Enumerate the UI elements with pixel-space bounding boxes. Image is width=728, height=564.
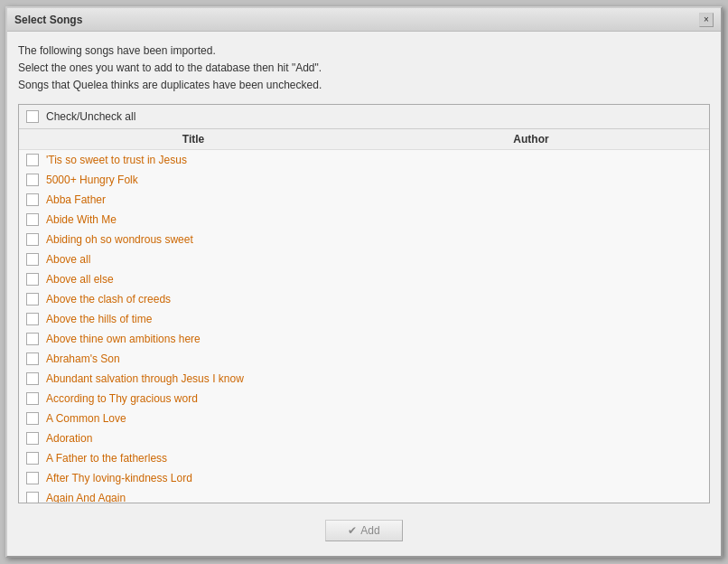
song-checkbox[interactable] [26,472,39,484]
song-row[interactable]: Again And Again [19,488,709,503]
song-title: A Father to the fatherless [46,452,514,465]
song-checkbox[interactable] [26,253,39,266]
song-row[interactable]: Abba Father [19,190,709,210]
song-checkbox[interactable] [26,432,39,445]
select-songs-dialog: Select Songs × The following songs have … [5,6,723,558]
song-row[interactable]: Above all [19,249,709,269]
song-title: Again And Again [46,492,514,503]
info-section: The following songs have been imported. … [18,42,710,95]
window-content: The following songs have been imported. … [7,32,721,556]
check-all-label: Check/Uncheck all [46,110,135,123]
song-checkbox[interactable] [26,392,39,405]
song-title: According to Thy gracious word [46,392,514,405]
song-title: Adoration [46,432,514,445]
title-column-header: Title [26,133,360,146]
song-title: Abba Father [46,193,514,206]
song-checkbox[interactable] [26,452,39,465]
song-title: Above all [46,253,514,266]
window-title: Select Songs [14,14,82,26]
song-checkbox[interactable] [26,333,39,345]
footer: ✔ Add [18,512,710,545]
song-checkbox[interactable] [26,313,39,325]
song-row[interactable]: Above the hills of time [19,309,709,329]
song-row[interactable]: Above thine own ambitions here [19,329,709,349]
info-line-1: The following songs have been imported. [18,42,710,60]
song-checkbox[interactable] [26,154,39,166]
song-title: Above all else [46,273,514,286]
song-title: Abraham's Son [46,352,514,365]
info-line-3: Songs that Quelea thinks are duplicates … [18,77,710,94]
title-bar: Select Songs × [7,8,721,32]
song-title: Above the clash of creeds [46,293,514,306]
song-checkbox[interactable] [26,352,39,365]
song-row[interactable]: 'Tis so sweet to trust in Jesus [19,150,709,170]
song-checkbox[interactable] [26,233,39,246]
song-title: 'Tis so sweet to trust in Jesus [46,154,514,166]
song-title: Abiding oh so wondrous sweet [46,233,514,246]
song-row[interactable]: Above the clash of creeds [19,289,709,309]
add-button[interactable]: ✔ Add [325,520,402,541]
song-checkbox[interactable] [26,213,39,226]
song-title: Above the hills of time [46,313,514,325]
info-line-2: Select the ones you want to add to the d… [18,60,710,77]
close-button[interactable]: × [699,13,714,27]
song-title: Abide With Me [46,213,514,226]
song-checkbox[interactable] [26,492,39,503]
song-row[interactable]: Adoration [19,428,709,448]
song-checkbox[interactable] [26,193,39,206]
song-title: After Thy loving-kindness Lord [46,472,514,484]
song-list-container: Check/Uncheck all Title Author 'Tis so s… [18,104,710,503]
list-header: Check/Uncheck all [19,105,709,129]
song-row[interactable]: According to Thy gracious word [19,389,709,409]
author-column-header: Author [360,133,702,146]
song-checkbox[interactable] [26,372,39,385]
song-list[interactable]: 'Tis so sweet to trust in Jesus5000+ Hun… [19,150,709,503]
check-all-checkbox[interactable] [26,110,39,123]
song-checkbox[interactable] [26,293,39,306]
song-row[interactable]: Abide With Me [19,210,709,230]
song-title: 5000+ Hungry Folk [46,174,514,186]
song-row[interactable]: Abraham's Son [19,349,709,369]
column-headers: Title Author [19,129,709,150]
song-title: Abundant salvation through Jesus I know [46,372,514,385]
song-checkbox[interactable] [26,174,39,186]
song-row[interactable]: A Father to the fatherless [19,448,709,468]
song-checkbox[interactable] [26,273,39,286]
song-row[interactable]: Abundant salvation through Jesus I know [19,369,709,389]
song-row[interactable]: Abiding oh so wondrous sweet [19,230,709,249]
add-icon: ✔ [348,524,357,537]
song-title: A Common Love [46,412,514,425]
song-row[interactable]: Above all else [19,269,709,289]
song-row[interactable]: A Common Love [19,409,709,428]
song-checkbox[interactable] [26,412,39,425]
song-row[interactable]: After Thy loving-kindness Lord [19,468,709,488]
song-row[interactable]: 5000+ Hungry Folk [19,170,709,190]
song-title: Above thine own ambitions here [46,333,514,345]
add-label: Add [360,524,379,537]
